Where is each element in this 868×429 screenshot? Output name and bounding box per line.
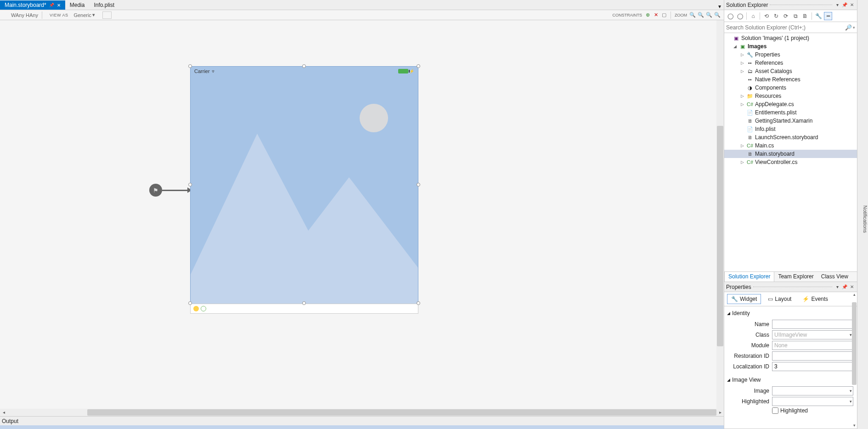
resize-handle[interactable] xyxy=(302,301,306,305)
pin-icon[interactable]: 📌 xyxy=(49,3,54,7)
highlighted-combo[interactable]: ▾ xyxy=(772,397,853,406)
tree-node-file[interactable]: ▷C# ViewController.cs xyxy=(724,158,857,166)
tree-node-file[interactable]: 🗎 Main.storyboard xyxy=(724,150,857,158)
tree-node-file[interactable]: ▷C# Main.cs xyxy=(724,141,857,150)
preview-icon[interactable]: ━ xyxy=(824,12,832,20)
tab-widget[interactable]: 🔧 Widget xyxy=(727,294,761,304)
collapse-icon[interactable]: ◢ xyxy=(733,44,739,49)
resize-handle[interactable] xyxy=(188,301,192,305)
first-responder-icon[interactable] xyxy=(193,306,199,311)
tree-node-file[interactable]: 🗎 GettingStarted.Xamarin xyxy=(724,117,857,125)
panel-menu-icon[interactable]: ▾ xyxy=(834,2,840,8)
tab-events[interactable]: ⚡ Events xyxy=(798,294,832,304)
panel-menu-icon[interactable]: ▾ xyxy=(834,284,840,290)
scroll-up-icon[interactable]: ▴ xyxy=(851,292,857,298)
sync-icon[interactable]: ↻ xyxy=(772,12,780,20)
search-input[interactable] xyxy=(726,24,845,31)
add-constraint-icon[interactable]: ⊕ xyxy=(644,11,651,19)
expand-icon[interactable]: ▷ xyxy=(741,160,746,164)
zoom-out-icon[interactable]: 🔍 xyxy=(697,11,705,19)
resize-handle[interactable] xyxy=(417,64,420,68)
name-input[interactable] xyxy=(772,320,853,329)
solution-search[interactable]: 🔎 ▾ xyxy=(724,22,857,33)
tree-node-file[interactable]: 🗎 LaunchScreen.storyboard xyxy=(724,133,857,141)
close-icon[interactable]: ✕ xyxy=(57,3,61,8)
zoom-fit-icon[interactable]: 🔍 xyxy=(689,11,696,19)
orientation-toggle[interactable] xyxy=(102,11,112,19)
highlighted-checkbox[interactable] xyxy=(772,407,778,414)
view-controller-scene[interactable]: Carrier ᯤ ⚡ xyxy=(190,66,418,314)
section-identity-header[interactable]: ◢ Identity xyxy=(726,308,853,318)
search-dropdown-icon[interactable]: ▾ xyxy=(853,25,855,30)
module-combo[interactable]: None xyxy=(772,341,853,350)
pin-icon[interactable]: 📌 xyxy=(841,284,848,290)
expand-icon[interactable]: ▷ xyxy=(741,52,746,57)
tab-class-view[interactable]: Class View xyxy=(817,272,852,282)
output-panel-header[interactable]: Output xyxy=(0,416,724,425)
entry-point-arrow[interactable]: ⚑ xyxy=(149,184,192,197)
designer-canvas[interactable]: ⚑ Carrier ᯤ ⚡ xyxy=(0,20,724,416)
tree-node-native-references[interactable]: ▪▪ Native References xyxy=(724,75,857,84)
tree-node-file[interactable]: 📄 Info.plist xyxy=(724,125,857,133)
tree-node-file[interactable]: 📄 Entitlements.plist xyxy=(724,108,857,117)
tab-info-plist[interactable]: Info.plist xyxy=(89,0,119,10)
scrollbar-thumb[interactable] xyxy=(717,126,723,346)
exit-icon[interactable] xyxy=(201,306,206,311)
scrollbar-thumb[interactable] xyxy=(852,302,857,385)
resize-handle[interactable] xyxy=(188,183,192,186)
home-icon[interactable]: ⌂ xyxy=(749,12,757,20)
scene-dock[interactable] xyxy=(190,304,418,314)
scroll-left-icon[interactable]: ◂ xyxy=(0,409,7,416)
scrollbar-thumb[interactable] xyxy=(87,409,716,416)
refresh-icon[interactable]: ⟳ xyxy=(782,12,790,20)
image-view[interactable] xyxy=(190,75,418,304)
expand-icon[interactable]: ▷ xyxy=(741,143,746,148)
scroll-down-icon[interactable]: ▾ xyxy=(851,423,857,429)
close-icon[interactable]: ✕ xyxy=(849,2,855,8)
notifications-tab[interactable]: Notifications xyxy=(857,0,868,429)
expand-icon[interactable]: ▷ xyxy=(741,69,746,73)
remove-constraint-icon[interactable]: ✕ xyxy=(652,11,659,19)
tree-node-references[interactable]: ▷▪▪ References xyxy=(724,59,857,67)
vertical-scrollbar[interactable] xyxy=(716,20,724,409)
solution-tree[interactable]: ▣ Solution 'Images' (1 project) ◢▣ Image… xyxy=(724,33,857,271)
section-imageview-header[interactable]: ◢ Image View xyxy=(726,375,853,385)
resize-handle[interactable] xyxy=(417,301,420,305)
resize-handle[interactable] xyxy=(188,64,192,68)
resize-handle[interactable] xyxy=(417,183,420,186)
show-all-icon[interactable]: 🗎 xyxy=(801,12,809,20)
device-picker[interactable]: Generic ▾ xyxy=(72,11,97,18)
tab-layout[interactable]: ▭ Layout xyxy=(764,294,795,304)
frame-constraint-icon[interactable]: ▢ xyxy=(660,11,668,19)
tab-solution-explorer[interactable]: Solution Explorer xyxy=(724,271,774,282)
tab-team-explorer[interactable]: Team Explorer xyxy=(774,272,817,282)
scope-icon[interactable]: ⟲ xyxy=(762,12,771,20)
restoration-id-input[interactable] xyxy=(772,351,853,361)
tree-node-asset-catalogs[interactable]: ▷🗂 Asset Catalogs xyxy=(724,67,857,75)
tree-node-resources[interactable]: ▷📁 Resources xyxy=(724,92,857,100)
tree-node-components[interactable]: ◑ Components xyxy=(724,84,857,92)
expand-icon[interactable]: ▷ xyxy=(741,94,746,98)
tree-node-project[interactable]: ◢▣ Images xyxy=(724,42,857,51)
tree-node-file[interactable]: ▷C# AppDelegate.cs xyxy=(724,100,857,108)
zoom-in-icon[interactable]: 🔍 xyxy=(705,11,713,19)
expand-icon[interactable]: ▷ xyxy=(741,61,746,65)
tab-media[interactable]: Media xyxy=(65,0,90,10)
image-combo[interactable]: ▾ xyxy=(772,386,853,395)
class-combo[interactable]: UIImageView▾ xyxy=(772,330,853,339)
search-icon[interactable]: 🔎 xyxy=(845,24,852,31)
back-icon[interactable]: ◯ xyxy=(726,12,734,20)
close-icon[interactable]: ✕ xyxy=(849,284,855,290)
properties-body[interactable]: ◢ Identity Name Class UIImageView▾ Modul… xyxy=(724,306,857,429)
zoom-actual-icon[interactable]: 🔍 xyxy=(714,11,721,19)
horizontal-scrollbar[interactable]: ◂ ▸ xyxy=(0,409,724,416)
properties-scrollbar[interactable]: ▴ ▾ xyxy=(851,292,857,429)
collapse-icon[interactable]: ⧉ xyxy=(791,12,800,20)
resize-handle[interactable] xyxy=(302,64,306,68)
tree-node-properties[interactable]: ▷🔧 Properties xyxy=(724,51,857,59)
localization-id-input[interactable] xyxy=(772,362,853,371)
forward-icon[interactable]: ◯ xyxy=(736,12,744,20)
tree-node-solution[interactable]: ▣ Solution 'Images' (1 project) xyxy=(724,34,857,42)
tab-main-storyboard[interactable]: Main.storyboard* 📌 ✕ xyxy=(0,0,65,10)
pin-icon[interactable]: 📌 xyxy=(841,2,848,8)
